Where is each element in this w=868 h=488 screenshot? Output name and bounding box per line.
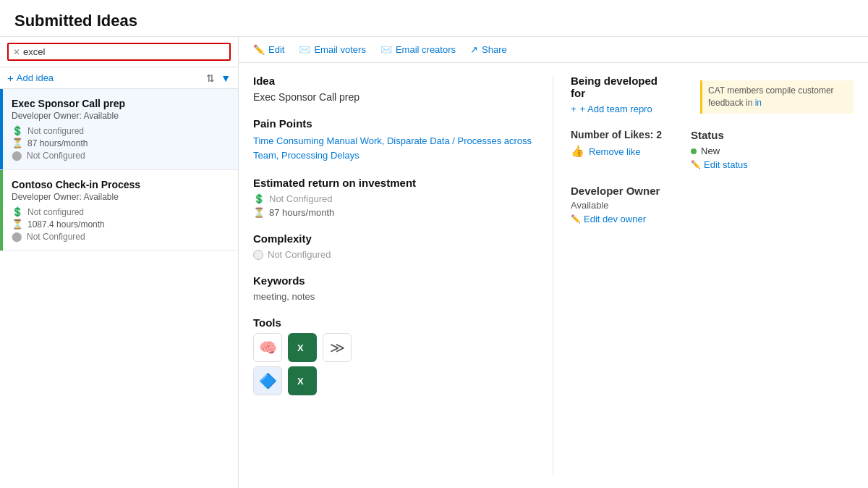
idea-meta-2: 💲 Not configured ⏳ 1087.4 hours/month ⬤ … xyxy=(12,206,229,242)
remove-like-button[interactable]: 👍 Remove like xyxy=(571,145,662,158)
add-team-repro-button[interactable]: + + Add team repro xyxy=(571,104,671,114)
thumbs-up-icon: 👍 xyxy=(571,145,584,158)
idea-text: Exec Sponsor Call prep xyxy=(253,91,538,103)
pain-points-text: Time Consuming Manual Work, Disparate Da… xyxy=(253,134,538,162)
roi-dollar-icon: 💲 xyxy=(253,193,265,204)
tool-brain-icon: 🧠 xyxy=(253,333,282,362)
email-voters-icon: ✉️ xyxy=(299,44,310,55)
idea-card-1[interactable]: Exec Sponsor Call prep Developer Owner: … xyxy=(0,89,238,170)
idea-label: Idea xyxy=(253,75,538,87)
status-dot-icon xyxy=(691,148,697,154)
complexity-section: Complexity Not Configured xyxy=(253,232,538,260)
being-developed-label: Being developed for xyxy=(571,75,671,99)
meta-not-configured-3: 💲 Not configured xyxy=(12,206,229,217)
detail-left: Idea Exec Sponsor Call prep Pain Points … xyxy=(253,75,553,476)
roi-section: Estimated return on investment 💲 Not Con… xyxy=(253,177,538,218)
detail-content: Idea Exec Sponsor Call prep Pain Points … xyxy=(239,63,868,488)
complexity-label: Complexity xyxy=(253,232,538,245)
idea-owner-2: Developer Owner: Available xyxy=(12,192,229,202)
right-col-inner: Being developed for + + Add team repro C… xyxy=(571,75,854,224)
tool-excel-icon: X xyxy=(288,333,317,362)
edit-status-button[interactable]: ✏️ Edit status xyxy=(691,159,748,170)
plus-icon: + xyxy=(7,72,14,84)
meta-not-configured-2: ⬤ Not Configured xyxy=(12,150,229,161)
filter-icon[interactable]: ▼ xyxy=(221,72,231,84)
status-label: Status xyxy=(691,129,748,141)
dev-owner-value: Available xyxy=(571,200,854,211)
meta-hours-1: ⏳ 87 hours/month xyxy=(12,138,229,148)
detail-right: Being developed for + + Add team repro C… xyxy=(553,75,854,476)
keywords-text: meeting, notes xyxy=(253,291,538,302)
cat-note: CAT members compile customer feedback in… xyxy=(700,80,854,114)
timer-icon-2: ⏳ xyxy=(12,219,23,230)
pain-points-section: Pain Points Time Consuming Manual Work, … xyxy=(253,117,538,162)
tools-label: Tools xyxy=(253,316,538,329)
status-row: New xyxy=(691,146,748,156)
tools-section: Tools 🧠 X ≫ xyxy=(253,316,538,395)
action-bar: ✏️ Edit ✉️ Email voters ✉️ Email creator… xyxy=(239,37,868,63)
add-plus-icon: + xyxy=(571,104,576,114)
pencil-status-icon: ✏️ xyxy=(691,160,701,169)
middle-right-row: Number of Likes: 2 👍 Remove like Status xyxy=(571,129,854,170)
circle-icon-2: ⬤ xyxy=(12,231,22,242)
cat-note-section: CAT members compile customer feedback in… xyxy=(700,75,854,114)
likes-section: Number of Likes: 2 👍 Remove like xyxy=(571,129,662,170)
search-bar: ✕ xyxy=(0,37,238,67)
roi-hours-row: ⏳ 87 hours/month xyxy=(253,207,538,218)
idea-title-2: Contoso Check-in Process xyxy=(12,179,229,190)
roi-not-configured-row: 💲 Not Configured xyxy=(253,193,538,204)
idea-owner-1: Developer Owner: Available xyxy=(12,111,229,121)
keywords-label: Keywords xyxy=(253,274,538,287)
dev-owner-label: Developer Owner xyxy=(571,185,854,197)
share-button[interactable]: ↗ Share xyxy=(470,44,507,55)
edit-icon: ✏️ xyxy=(253,44,265,55)
email-creators-button[interactable]: ✉️ Email creators xyxy=(380,44,456,55)
add-idea-button[interactable]: + Add idea xyxy=(7,72,54,84)
dollar-icon-1: 💲 xyxy=(12,125,23,136)
meta-hours-2: ⏳ 1087.4 hours/month xyxy=(12,219,229,230)
toolbar-icons: ⇅ ▼ xyxy=(206,72,231,84)
idea-list: Exec Sponsor Call prep Developer Owner: … xyxy=(0,89,238,488)
tools-icons: 🧠 X ≫ xyxy=(253,333,538,362)
pain-points-label: Pain Points xyxy=(253,117,538,130)
tool-icon-4: 🔷 xyxy=(253,366,282,395)
right-panel: ✏️ Edit ✉️ Email voters ✉️ Email creator… xyxy=(239,37,868,488)
add-idea-label: Add idea xyxy=(17,72,54,83)
clear-search-icon[interactable]: ✕ xyxy=(13,47,20,57)
keywords-section: Keywords meeting, notes xyxy=(253,274,538,302)
search-input-wrapper: ✕ xyxy=(7,43,231,61)
roi-label: Estimated return on investment xyxy=(253,177,538,189)
tool-icon-5: X xyxy=(288,366,317,395)
edit-dev-owner-button[interactable]: ✏️ Edit dev owner xyxy=(571,214,854,224)
status-section: Status New ✏️ Edit status xyxy=(691,129,748,170)
edit-button[interactable]: ✏️ Edit xyxy=(253,44,284,55)
idea-section: Idea Exec Sponsor Call prep xyxy=(253,75,538,103)
svg-text:X: X xyxy=(297,342,304,353)
add-idea-row: + Add idea ⇅ ▼ xyxy=(0,67,238,89)
email-creators-icon: ✉️ xyxy=(380,44,392,55)
idea-meta-1: 💲 Not configured ⏳ 87 hours/month ⬤ Not … xyxy=(12,125,229,161)
circle-icon-1: ⬤ xyxy=(12,150,22,161)
sort-icon[interactable]: ⇅ xyxy=(206,72,215,84)
pencil-dev-icon: ✏️ xyxy=(571,214,581,224)
svg-text:X: X xyxy=(297,376,304,387)
meta-not-configured-1: 💲 Not configured xyxy=(12,125,229,136)
complexity-value: Not Configured xyxy=(268,249,331,260)
left-panel: ✕ + Add idea ⇅ ▼ Exec Sponsor Call xyxy=(0,37,239,488)
complexity-circle-icon xyxy=(253,250,263,260)
email-voters-button[interactable]: ✉️ Email voters xyxy=(299,44,366,55)
complexity-row: Not Configured xyxy=(253,249,538,260)
idea-card-2[interactable]: Contoso Check-in Process Developer Owner… xyxy=(0,170,238,251)
idea-title-1: Exec Sponsor Call prep xyxy=(12,98,229,109)
search-input[interactable] xyxy=(23,46,225,57)
inactive-bar-2 xyxy=(0,170,3,251)
status-value: New xyxy=(701,146,720,156)
tools-icons-row2: 🔷 X xyxy=(253,366,538,395)
meta-not-configured-4: ⬤ Not Configured xyxy=(12,231,229,242)
roi-timer-icon: ⏳ xyxy=(253,207,265,218)
tool-automate-icon: ≫ xyxy=(323,333,352,362)
share-icon: ↗ xyxy=(470,44,478,55)
timer-icon-1: ⏳ xyxy=(12,138,23,148)
being-developed-section: Being developed for + + Add team repro xyxy=(571,75,671,114)
dev-owner-section: Developer Owner Available ✏️ Edit dev ow… xyxy=(571,185,854,224)
